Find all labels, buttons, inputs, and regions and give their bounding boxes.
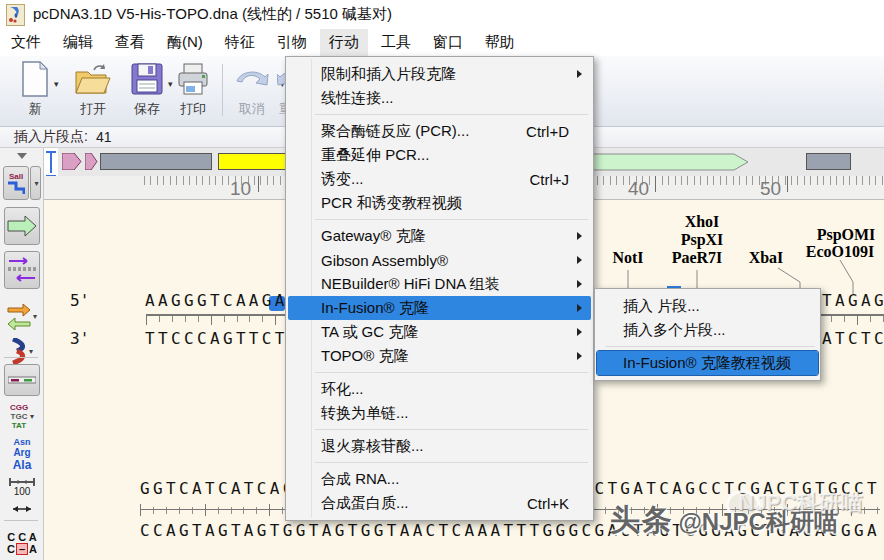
menu-item-infusion-cloning[interactable]: In-Fusion® 克隆 (288, 296, 591, 320)
menu-item-gibson-assembly[interactable]: Gibson Assembly® (288, 248, 591, 272)
menu-separator (605, 346, 815, 347)
menu-item-label: 限制和插入片段克隆 (321, 65, 456, 84)
collapse-toolbar-button[interactable] (0, 150, 44, 162)
sidebar-separator (4, 357, 38, 358)
feature-gray-box-2[interactable] (806, 153, 851, 170)
menu-enzymes[interactable]: 酶(N) (158, 29, 212, 56)
text-cursor-ibeam (46, 151, 56, 173)
menu-item-linear-ligation[interactable]: 线性连接... (288, 86, 591, 110)
feature-arrow-icon (7, 215, 37, 237)
menu-separator (315, 219, 588, 220)
translation-tool-button[interactable]: ▾ (0, 298, 44, 334)
top-strand-left[interactable]: AAGGGTCAAGA (145, 291, 288, 310)
amino-acids-tool-button[interactable]: Asn Arg Ala (0, 436, 44, 472)
feature-pink-arrow-1[interactable] (62, 153, 82, 170)
undo-button-label: 取消 (239, 100, 265, 118)
five-prime-label: 5' (70, 291, 89, 310)
menu-bar: 文件 编辑 查看 酶(N) 特征 引物 行动 工具 窗口 帮助 (0, 28, 884, 56)
save-button[interactable]: ▾ 保存 (122, 59, 172, 123)
menu-item-label: 合成蛋白质... (321, 494, 409, 513)
enzyme-tool-button[interactable]: SalI ▾ (0, 164, 44, 202)
menu-item-label: In-Fusion® 克隆 (321, 299, 429, 318)
submenu-arrow-icon (577, 232, 582, 240)
submenu-item-insert-multiple-fragments[interactable]: 插入多个片段... (597, 318, 818, 342)
menu-item-synthesize-rna[interactable]: 合成 RNA... (288, 467, 591, 491)
mismatch-tool-button[interactable]: C C A C – A (0, 526, 44, 560)
menu-item-restriction-cloning[interactable]: 限制和插入片段克隆 (288, 62, 591, 86)
orf-caret-icon[interactable]: ▾ (29, 347, 33, 356)
menu-primers[interactable]: 引物 (268, 29, 316, 56)
menu-file[interactable]: 文件 (2, 29, 50, 56)
menu-window[interactable]: 窗口 (424, 29, 472, 56)
insertion-point-value: 41 (96, 129, 112, 145)
menu-actions[interactable]: 行动 (320, 29, 368, 56)
sidebar-separator (4, 520, 38, 521)
bottom-strand-right[interactable]: ATCTC (822, 329, 884, 348)
mismatch-right: A (29, 543, 37, 555)
menu-item-synthesize-protein[interactable]: 合成蛋白质... Ctrl+K (288, 491, 591, 515)
undo-button[interactable]: 取消 (228, 59, 276, 123)
open-button[interactable]: ▾ 打开 (66, 59, 120, 123)
enzyme-tool-caret[interactable]: ▾ (30, 166, 41, 200)
menu-item-pcr[interactable]: 聚合酶链反应 (PCR)... Ctrl+D (288, 119, 591, 143)
menu-help[interactable]: 帮助 (476, 29, 524, 56)
features-tool-button[interactable] (0, 206, 44, 246)
submenu-arrow-icon (577, 352, 582, 360)
new-button-label: 新 (29, 100, 42, 118)
menu-separator (315, 372, 588, 373)
side-toolbar: SalI ▾ ▾ (0, 148, 44, 560)
menu-item-label: 合成 RNA... (321, 470, 399, 489)
menu-tools[interactable]: 工具 (372, 29, 420, 56)
menu-item-circularize[interactable]: 环化... (288, 377, 591, 401)
feature-pink-arrow-2[interactable] (85, 153, 98, 170)
primers-tool-button[interactable] (0, 250, 44, 290)
menu-item-nebuilder[interactable]: NEBuilder® HiFi DNA 组装 (288, 272, 591, 296)
primers-icon (7, 257, 37, 283)
infusion-submenu: 插入 片段... 插入多个片段... In-Fusion® 克隆教程视频 (594, 288, 821, 381)
menu-item-shortcut: Ctrl+K (527, 495, 569, 512)
new-dropdown-caret-icon[interactable]: ▾ (54, 79, 59, 89)
menu-separator (315, 462, 588, 463)
menu-item-anneal-oligos[interactable]: 退火寡核苷酸... (288, 434, 591, 458)
translation-arrows-icon (7, 302, 31, 330)
menu-item-gateway-cloning[interactable]: Gateway® 克隆 (288, 224, 591, 248)
submenu-arrow-icon (577, 70, 582, 78)
top-strand-right[interactable]: TAGAG (822, 291, 884, 310)
menu-edit[interactable]: 编辑 (54, 29, 102, 56)
print-button[interactable]: 打印 (170, 59, 216, 123)
menu-view[interactable]: 查看 (106, 29, 154, 56)
menu-item-mutagenesis[interactable]: 诱变... Ctrl+J (288, 167, 591, 191)
orf-tool-button[interactable]: ▾ (0, 338, 44, 364)
menu-item-overlap-extension-pcr[interactable]: 重叠延伸 PCR... (288, 143, 591, 167)
translation-caret-icon[interactable]: ▾ (33, 312, 37, 321)
ruler-tool-label: 100 (14, 486, 31, 497)
menu-item-label: 退火寡核苷酸... (321, 437, 424, 456)
alignment-tool-button[interactable] (0, 362, 44, 398)
menu-item-topo-cloning[interactable]: TOPO® 克隆 (288, 344, 591, 368)
submenu-item-insert-fragment[interactable]: 插入 片段... (597, 294, 818, 318)
codons-caret-icon[interactable]: ▾ (30, 412, 34, 421)
orf-curve-icon (11, 338, 27, 364)
lower-bottom-strand[interactable]: CCAGTAGTAGTGGTAGTGGTAACTCAAATTTGGGCGACTA… (140, 521, 880, 540)
bottom-strand-left[interactable]: TTCCCAGTTCT (145, 329, 288, 348)
feature-gray-box-1[interactable] (100, 153, 212, 170)
expand-tool-button[interactable] (0, 502, 44, 516)
ruler-label-40: 40 (628, 178, 649, 200)
aa-line-2: Arg (13, 447, 32, 458)
menu-item-ta-gc-cloning[interactable]: TA 或 GC 克隆 (288, 320, 591, 344)
codon-line-3: TAT (10, 421, 28, 430)
submenu-arrow-icon (577, 280, 582, 288)
menu-item-pcr-tutorial-videos[interactable]: PCR 和诱变教程视频 (288, 191, 591, 215)
ruler-label-50: 50 (760, 178, 781, 200)
codons-tool-button[interactable]: CGG TGC TAT ▾ (0, 400, 44, 432)
codon-line-2: TGC (10, 412, 28, 421)
menu-item-convert-single-strand[interactable]: 转换为单链... (288, 401, 591, 425)
submenu-item-infusion-tutorial-video[interactable]: In-Fusion® 克隆教程视频 (597, 351, 818, 375)
menu-item-label: TOPO® 克隆 (321, 347, 408, 366)
ruler-tool-button[interactable]: 100 (0, 474, 44, 500)
new-button[interactable]: ▾ 新 (10, 59, 60, 123)
menu-item-label: 转换为单链... (321, 404, 409, 423)
toolbar-separator (222, 64, 223, 116)
codon-line-1: CGG (10, 403, 28, 412)
menu-features[interactable]: 特征 (216, 29, 264, 56)
